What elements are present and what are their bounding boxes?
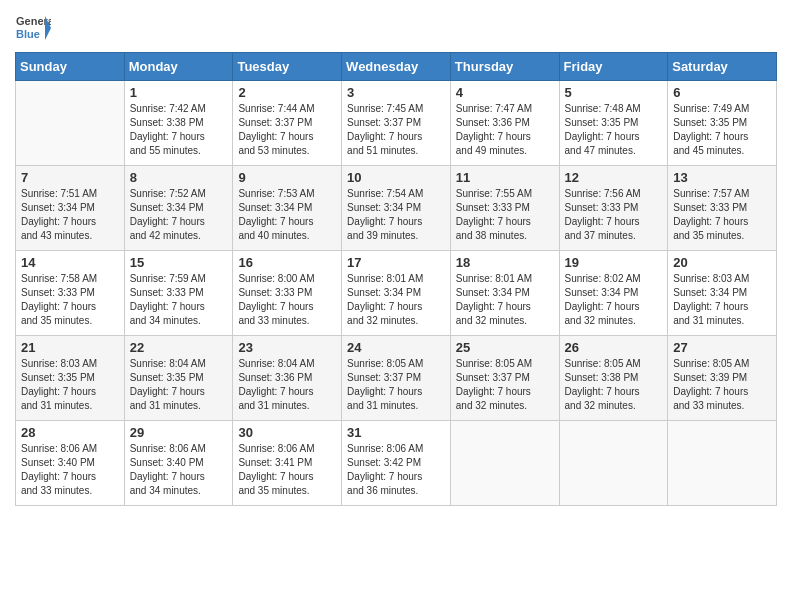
day-info: Sunrise: 7:52 AM Sunset: 3:34 PM Dayligh…	[130, 187, 228, 243]
day-number: 11	[456, 170, 554, 185]
calendar-cell: 5Sunrise: 7:48 AM Sunset: 3:35 PM Daylig…	[559, 81, 668, 166]
day-number: 20	[673, 255, 771, 270]
calendar-week-5: 28Sunrise: 8:06 AM Sunset: 3:40 PM Dayli…	[16, 421, 777, 506]
day-number: 9	[238, 170, 336, 185]
day-info: Sunrise: 8:04 AM Sunset: 3:36 PM Dayligh…	[238, 357, 336, 413]
day-info: Sunrise: 8:05 AM Sunset: 3:38 PM Dayligh…	[565, 357, 663, 413]
weekday-header-wednesday: Wednesday	[342, 53, 451, 81]
calendar-cell: 28Sunrise: 8:06 AM Sunset: 3:40 PM Dayli…	[16, 421, 125, 506]
calendar-cell: 13Sunrise: 7:57 AM Sunset: 3:33 PM Dayli…	[668, 166, 777, 251]
calendar-week-3: 14Sunrise: 7:58 AM Sunset: 3:33 PM Dayli…	[16, 251, 777, 336]
day-info: Sunrise: 7:54 AM Sunset: 3:34 PM Dayligh…	[347, 187, 445, 243]
calendar-cell	[16, 81, 125, 166]
svg-text:Blue: Blue	[16, 28, 40, 40]
day-number: 4	[456, 85, 554, 100]
day-info: Sunrise: 7:45 AM Sunset: 3:37 PM Dayligh…	[347, 102, 445, 158]
day-info: Sunrise: 8:03 AM Sunset: 3:35 PM Dayligh…	[21, 357, 119, 413]
day-info: Sunrise: 7:49 AM Sunset: 3:35 PM Dayligh…	[673, 102, 771, 158]
day-info: Sunrise: 8:05 AM Sunset: 3:37 PM Dayligh…	[347, 357, 445, 413]
day-number: 2	[238, 85, 336, 100]
calendar-cell: 16Sunrise: 8:00 AM Sunset: 3:33 PM Dayli…	[233, 251, 342, 336]
weekday-header-saturday: Saturday	[668, 53, 777, 81]
day-number: 22	[130, 340, 228, 355]
calendar-cell: 25Sunrise: 8:05 AM Sunset: 3:37 PM Dayli…	[450, 336, 559, 421]
weekday-header-friday: Friday	[559, 53, 668, 81]
logo: General Blue	[15, 10, 51, 46]
day-info: Sunrise: 7:56 AM Sunset: 3:33 PM Dayligh…	[565, 187, 663, 243]
day-number: 27	[673, 340, 771, 355]
day-info: Sunrise: 8:00 AM Sunset: 3:33 PM Dayligh…	[238, 272, 336, 328]
calendar-cell: 26Sunrise: 8:05 AM Sunset: 3:38 PM Dayli…	[559, 336, 668, 421]
day-number: 3	[347, 85, 445, 100]
calendar-cell: 19Sunrise: 8:02 AM Sunset: 3:34 PM Dayli…	[559, 251, 668, 336]
page-header: General Blue	[15, 10, 777, 46]
day-number: 1	[130, 85, 228, 100]
logo-svg: General Blue	[15, 10, 51, 46]
day-info: Sunrise: 7:47 AM Sunset: 3:36 PM Dayligh…	[456, 102, 554, 158]
day-number: 5	[565, 85, 663, 100]
day-number: 19	[565, 255, 663, 270]
day-number: 15	[130, 255, 228, 270]
calendar-cell: 15Sunrise: 7:59 AM Sunset: 3:33 PM Dayli…	[124, 251, 233, 336]
day-number: 31	[347, 425, 445, 440]
calendar-cell: 2Sunrise: 7:44 AM Sunset: 3:37 PM Daylig…	[233, 81, 342, 166]
weekday-header-thursday: Thursday	[450, 53, 559, 81]
calendar-week-1: 1Sunrise: 7:42 AM Sunset: 3:38 PM Daylig…	[16, 81, 777, 166]
day-info: Sunrise: 8:01 AM Sunset: 3:34 PM Dayligh…	[456, 272, 554, 328]
day-info: Sunrise: 8:04 AM Sunset: 3:35 PM Dayligh…	[130, 357, 228, 413]
calendar-cell: 10Sunrise: 7:54 AM Sunset: 3:34 PM Dayli…	[342, 166, 451, 251]
day-info: Sunrise: 7:55 AM Sunset: 3:33 PM Dayligh…	[456, 187, 554, 243]
day-info: Sunrise: 8:03 AM Sunset: 3:34 PM Dayligh…	[673, 272, 771, 328]
calendar-cell: 1Sunrise: 7:42 AM Sunset: 3:38 PM Daylig…	[124, 81, 233, 166]
day-number: 21	[21, 340, 119, 355]
calendar-cell: 29Sunrise: 8:06 AM Sunset: 3:40 PM Dayli…	[124, 421, 233, 506]
calendar-cell: 27Sunrise: 8:05 AM Sunset: 3:39 PM Dayli…	[668, 336, 777, 421]
day-info: Sunrise: 8:06 AM Sunset: 3:40 PM Dayligh…	[130, 442, 228, 498]
calendar-cell: 9Sunrise: 7:53 AM Sunset: 3:34 PM Daylig…	[233, 166, 342, 251]
calendar-cell: 24Sunrise: 8:05 AM Sunset: 3:37 PM Dayli…	[342, 336, 451, 421]
calendar-cell: 8Sunrise: 7:52 AM Sunset: 3:34 PM Daylig…	[124, 166, 233, 251]
calendar-cell	[668, 421, 777, 506]
calendar-cell: 31Sunrise: 8:06 AM Sunset: 3:42 PM Dayli…	[342, 421, 451, 506]
day-number: 28	[21, 425, 119, 440]
day-info: Sunrise: 8:06 AM Sunset: 3:42 PM Dayligh…	[347, 442, 445, 498]
day-number: 29	[130, 425, 228, 440]
calendar-cell: 30Sunrise: 8:06 AM Sunset: 3:41 PM Dayli…	[233, 421, 342, 506]
weekday-header-sunday: Sunday	[16, 53, 125, 81]
day-number: 8	[130, 170, 228, 185]
day-info: Sunrise: 8:06 AM Sunset: 3:41 PM Dayligh…	[238, 442, 336, 498]
day-info: Sunrise: 8:05 AM Sunset: 3:37 PM Dayligh…	[456, 357, 554, 413]
day-number: 25	[456, 340, 554, 355]
day-number: 13	[673, 170, 771, 185]
calendar-cell: 18Sunrise: 8:01 AM Sunset: 3:34 PM Dayli…	[450, 251, 559, 336]
day-info: Sunrise: 7:53 AM Sunset: 3:34 PM Dayligh…	[238, 187, 336, 243]
day-number: 16	[238, 255, 336, 270]
calendar-cell: 7Sunrise: 7:51 AM Sunset: 3:34 PM Daylig…	[16, 166, 125, 251]
calendar-cell: 21Sunrise: 8:03 AM Sunset: 3:35 PM Dayli…	[16, 336, 125, 421]
calendar-cell	[450, 421, 559, 506]
day-number: 7	[21, 170, 119, 185]
day-number: 12	[565, 170, 663, 185]
calendar-cell: 3Sunrise: 7:45 AM Sunset: 3:37 PM Daylig…	[342, 81, 451, 166]
day-number: 18	[456, 255, 554, 270]
day-info: Sunrise: 7:42 AM Sunset: 3:38 PM Dayligh…	[130, 102, 228, 158]
calendar-cell: 20Sunrise: 8:03 AM Sunset: 3:34 PM Dayli…	[668, 251, 777, 336]
calendar-cell: 23Sunrise: 8:04 AM Sunset: 3:36 PM Dayli…	[233, 336, 342, 421]
calendar-cell: 11Sunrise: 7:55 AM Sunset: 3:33 PM Dayli…	[450, 166, 559, 251]
calendar-cell: 17Sunrise: 8:01 AM Sunset: 3:34 PM Dayli…	[342, 251, 451, 336]
day-number: 23	[238, 340, 336, 355]
day-number: 24	[347, 340, 445, 355]
day-info: Sunrise: 7:44 AM Sunset: 3:37 PM Dayligh…	[238, 102, 336, 158]
calendar-table: SundayMondayTuesdayWednesdayThursdayFrid…	[15, 52, 777, 506]
weekday-header-tuesday: Tuesday	[233, 53, 342, 81]
day-number: 6	[673, 85, 771, 100]
calendar-week-4: 21Sunrise: 8:03 AM Sunset: 3:35 PM Dayli…	[16, 336, 777, 421]
day-number: 10	[347, 170, 445, 185]
day-number: 30	[238, 425, 336, 440]
calendar-cell: 14Sunrise: 7:58 AM Sunset: 3:33 PM Dayli…	[16, 251, 125, 336]
day-info: Sunrise: 7:58 AM Sunset: 3:33 PM Dayligh…	[21, 272, 119, 328]
calendar-header-row: SundayMondayTuesdayWednesdayThursdayFrid…	[16, 53, 777, 81]
day-number: 17	[347, 255, 445, 270]
calendar-cell: 6Sunrise: 7:49 AM Sunset: 3:35 PM Daylig…	[668, 81, 777, 166]
day-info: Sunrise: 7:59 AM Sunset: 3:33 PM Dayligh…	[130, 272, 228, 328]
